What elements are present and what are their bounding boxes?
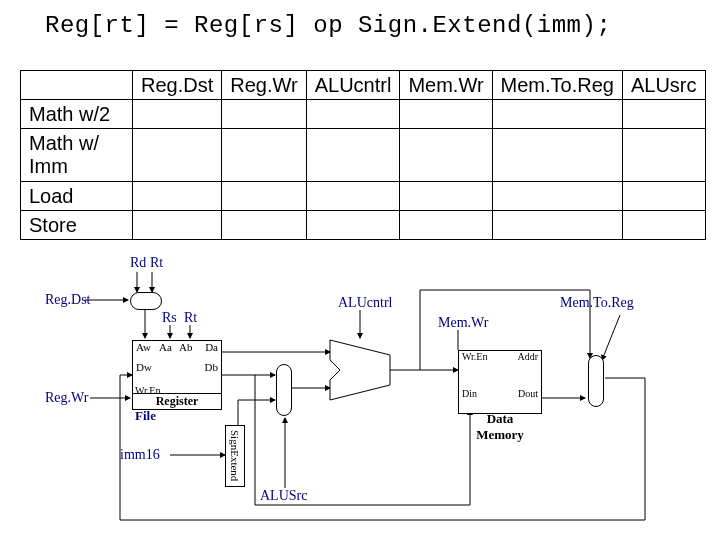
th-blank — [21, 71, 133, 100]
mux-regdst — [130, 292, 162, 310]
label-rt2: Rt — [184, 310, 197, 326]
table-row: Store — [21, 211, 706, 240]
th-memwr: Mem.Wr — [400, 71, 492, 100]
table-row: Load — [21, 182, 706, 211]
label-alucntrl: ALUcntrl — [338, 295, 392, 311]
th-alucntrl: ALUcntrl — [306, 71, 400, 100]
page-title: Reg[rt] = Reg[rs] op Sign.Extend(imm); — [45, 12, 611, 39]
block-data-memory: Wr.En Addr Din Dout DataMemory — [458, 350, 542, 414]
block-signextend: SignExtend — [225, 425, 245, 487]
label-rd: Rd — [130, 255, 146, 271]
block-register-file: Aw Aa Ab Da Dw Db Wr.En Register — [132, 340, 222, 410]
label-regdst: Reg.Dst — [45, 292, 91, 308]
mux-alusrc — [276, 364, 292, 416]
control-table: Reg.Dst Reg.Wr ALUcntrl Mem.Wr Mem.To.Re… — [20, 70, 706, 240]
mux-memtoreg — [588, 355, 604, 407]
th-regdst: Reg.Dst — [133, 71, 222, 100]
label-memtoreg: Mem.To.Reg — [560, 295, 634, 311]
table-row: Math w/2 — [21, 100, 706, 129]
table-row: Math w/Imm — [21, 129, 706, 182]
label-regwr: Reg.Wr — [45, 390, 88, 406]
label-memwr: Mem.Wr — [438, 315, 488, 331]
th-memtoreg: Mem.To.Reg — [492, 71, 622, 100]
svg-line-24 — [602, 315, 620, 360]
th-regwr: Reg.Wr — [222, 71, 306, 100]
table-header-row: Reg.Dst Reg.Wr ALUcntrl Mem.Wr Mem.To.Re… — [21, 71, 706, 100]
label-imm16: imm16 — [120, 447, 160, 463]
datapath-diagram: Rd Rt Reg.Dst Rs Rt Aw Aa Ab Da Dw Db Wr… — [60, 260, 660, 530]
label-rt: Rt — [150, 255, 163, 271]
th-alusrc: ALUsrc — [622, 71, 705, 100]
label-rs: Rs — [162, 310, 177, 326]
label-alusrc: ALUSrc — [260, 488, 307, 504]
